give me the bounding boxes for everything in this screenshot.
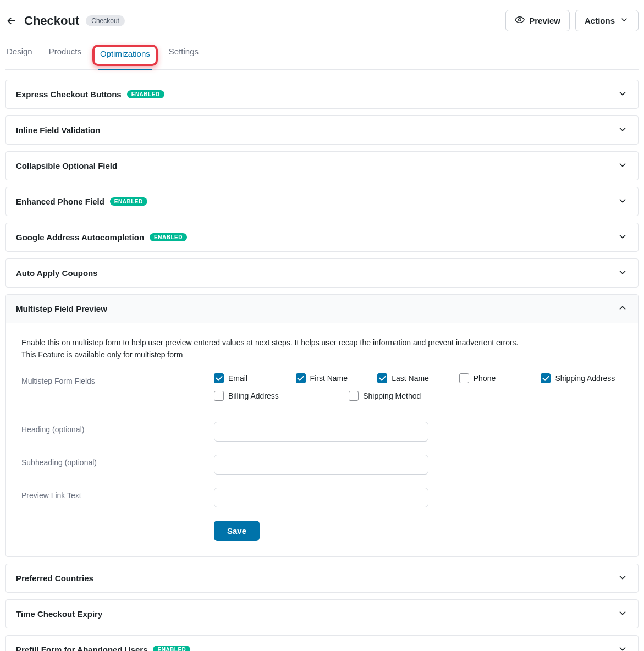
checkbox-shipping-method[interactable]: [349, 391, 359, 401]
check-item: Last Name: [377, 373, 459, 383]
check-item: Billing Address: [214, 391, 349, 401]
panel-header-left: Prefill Form for Abandoned UsersENABLED: [16, 645, 190, 651]
panel-header-left: Preferred Countries: [16, 573, 93, 583]
panel: Prefill Form for Abandoned UsersENABLED: [5, 635, 639, 651]
panel: Inline Field Validation: [5, 115, 639, 145]
chevron-down-icon: [617, 124, 628, 136]
panel-header-left: Time Checkout Expiry: [16, 609, 102, 619]
form-row: Heading (optional): [21, 422, 623, 442]
context-badge: Checkout: [86, 15, 125, 26]
check-item: First Name: [296, 373, 378, 383]
form-row-fields: Multistep Form FieldsEmailFirst NameLast…: [21, 373, 623, 409]
chevron-down-icon: [617, 231, 628, 244]
checkbox-email[interactable]: [214, 373, 224, 383]
panel-header[interactable]: Enhanced Phone FieldENABLED: [6, 187, 638, 216]
panel-header-left: Express Checkout ButtonsENABLED: [16, 90, 164, 99]
panel-header-left: Collapsible Optional Field: [16, 161, 117, 170]
panel-title: Express Checkout Buttons: [16, 90, 122, 99]
actions-button-label: Actions: [585, 16, 615, 25]
panel-title: Auto Apply Coupons: [16, 268, 98, 278]
enabled-badge: ENABLED: [150, 233, 187, 241]
save-button[interactable]: Save: [214, 521, 260, 541]
form-control: [214, 455, 623, 475]
panel-header-left: Multistep Field Preview: [16, 304, 107, 313]
form-label: Subheading (optional): [21, 455, 214, 475]
panel-header[interactable]: Prefill Form for Abandoned UsersENABLED: [6, 636, 638, 651]
form-label: Heading (optional): [21, 422, 214, 442]
checkbox-phone[interactable]: [459, 373, 469, 383]
form-label: Preview Link Text: [21, 488, 214, 507]
check-label: Phone: [474, 374, 496, 383]
header-left: Checkout Checkout: [5, 14, 125, 28]
svg-point-0: [519, 19, 521, 21]
chevron-down-icon: [617, 572, 628, 584]
check-item: Shipping Method: [349, 391, 483, 401]
chevron-down-icon: [617, 267, 628, 279]
panel: Collapsible Optional Field: [5, 151, 639, 180]
panel-body: Enable this on multistep form to help us…: [6, 323, 638, 556]
chevron-down-icon: [617, 643, 628, 651]
panel-header[interactable]: Multistep Field Preview: [6, 295, 638, 323]
checkbox-shipping-address[interactable]: [541, 373, 551, 383]
page-header: Checkout Checkout Preview Actions: [5, 5, 639, 41]
panel-header[interactable]: Auto Apply Coupons: [6, 259, 638, 287]
save-row: Save: [214, 521, 623, 541]
form-row: Preview Link Text: [21, 488, 623, 507]
header-right: Preview Actions: [505, 10, 639, 31]
panel-header[interactable]: Express Checkout ButtonsENABLED: [6, 80, 638, 108]
panel-header[interactable]: Google Address AutocompletionENABLED: [6, 223, 638, 251]
tab-settings[interactable]: Settings: [169, 41, 199, 69]
page-title: Checkout: [24, 14, 79, 28]
checkbox-first-name[interactable]: [296, 373, 306, 383]
chevron-up-icon: [617, 302, 628, 315]
panel: Auto Apply Coupons: [5, 258, 639, 288]
panel-title: Preferred Countries: [16, 573, 93, 583]
panel-title: Enhanced Phone Field: [16, 197, 104, 206]
enabled-badge: ENABLED: [153, 646, 190, 651]
actions-button[interactable]: Actions: [575, 10, 639, 31]
panel: Multistep Field PreviewEnable this on mu…: [5, 294, 639, 557]
check-label: Billing Address: [228, 391, 279, 400]
form-control: [214, 422, 623, 442]
panel-header[interactable]: Preferred Countries: [6, 564, 638, 592]
form-row: Subheading (optional): [21, 455, 623, 475]
panel-header[interactable]: Time Checkout Expiry: [6, 600, 638, 628]
check-label: Email: [228, 374, 247, 383]
panel: Enhanced Phone FieldENABLED: [5, 187, 639, 216]
panel-header[interactable]: Inline Field Validation: [6, 116, 638, 144]
back-arrow-icon[interactable]: [5, 15, 18, 27]
panel: Preferred Countries: [5, 564, 639, 593]
preview-button-label: Preview: [529, 16, 560, 25]
chevron-down-icon: [617, 608, 628, 620]
checkbox-billing-address[interactable]: [214, 391, 224, 401]
tab-design[interactable]: Design: [7, 41, 32, 69]
preview-link-text-input[interactable]: [214, 488, 428, 507]
checkbox-last-name[interactable]: [377, 373, 387, 383]
heading-input[interactable]: [214, 422, 428, 442]
eye-icon: [515, 15, 525, 26]
chevron-down-icon: [617, 88, 628, 101]
panel-description: Enable this on multistep form to help us…: [21, 336, 623, 361]
tab-products[interactable]: Products: [49, 41, 81, 69]
panel-header-left: Enhanced Phone FieldENABLED: [16, 197, 147, 206]
check-label: Last Name: [392, 374, 429, 383]
panel-title: Inline Field Validation: [16, 125, 100, 135]
form-control: [214, 488, 623, 507]
enabled-badge: ENABLED: [110, 197, 147, 206]
enabled-badge: ENABLED: [127, 90, 164, 98]
check-item: Phone: [459, 373, 541, 383]
check-label: Shipping Method: [363, 391, 421, 400]
fields-label: Multistep Form Fields: [21, 373, 214, 409]
panel-title: Google Address Autocompletion: [16, 233, 144, 242]
panel: Time Checkout Expiry: [5, 599, 639, 628]
panel-header-left: Auto Apply Coupons: [16, 268, 98, 278]
preview-button[interactable]: Preview: [505, 10, 570, 31]
tab-bar: DesignProductsOptimizationsSettings: [5, 41, 639, 70]
panel-title: Collapsible Optional Field: [16, 161, 117, 170]
tab-optimizations[interactable]: Optimizations: [98, 41, 152, 69]
check-item: Shipping Address: [541, 373, 623, 383]
chevron-down-icon: [617, 195, 628, 208]
panel-title: Prefill Form for Abandoned Users: [16, 645, 147, 651]
panel-header[interactable]: Collapsible Optional Field: [6, 152, 638, 180]
subheading-input[interactable]: [214, 455, 428, 475]
